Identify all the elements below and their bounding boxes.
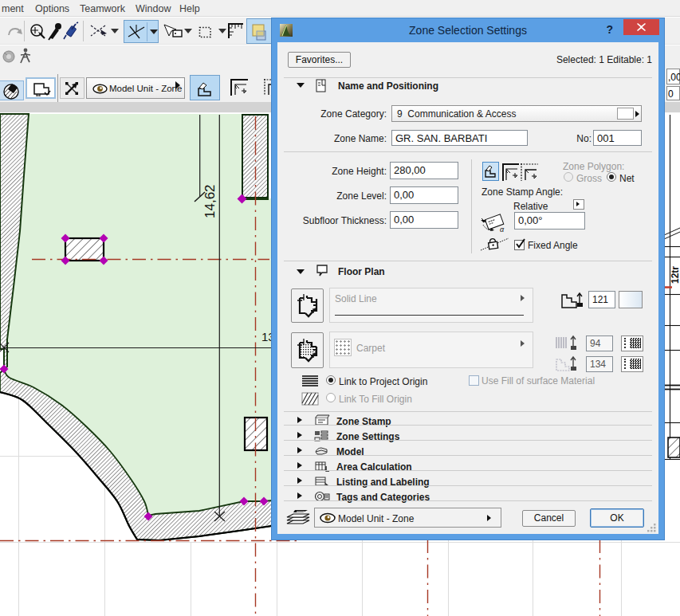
svg-text:12tr: 12tr (670, 266, 680, 284)
svg-text:14,62: 14,62 (202, 184, 218, 218)
svg-text:α: α (500, 226, 505, 233)
